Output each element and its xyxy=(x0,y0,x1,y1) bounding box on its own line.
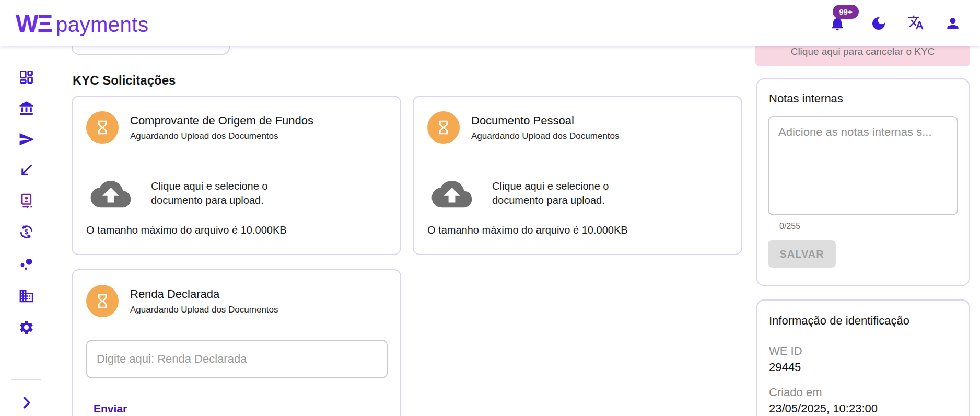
sidebar-item-received[interactable] xyxy=(16,159,37,180)
max-size-note: O tamanho máximo do arquivo é 10.000KB xyxy=(427,224,628,236)
status-avatar xyxy=(427,111,460,144)
sidebar-item-dashboard[interactable] xyxy=(16,66,37,87)
sidebar-item-settings[interactable] xyxy=(16,317,37,338)
status-avatar xyxy=(86,111,119,144)
app-header: WΞ payments xyxy=(0,0,980,46)
translate-icon xyxy=(907,14,924,31)
page-title: KYC Solicitações xyxy=(73,73,176,88)
cancel-kyc-banner-label: Clique aqui para cancelar o KYC xyxy=(791,46,935,57)
hourglass-icon xyxy=(94,119,111,136)
notes-char-counter: 0/255 xyxy=(779,222,958,231)
upload-instruction: Clique aqui e selecione o documento para… xyxy=(151,179,288,207)
field-value-we-id: 29445 xyxy=(769,361,957,374)
cloud-upload-icon xyxy=(428,177,475,210)
max-size-note: O tamanho máximo do arquivo é 10.000KB xyxy=(86,224,287,236)
logo-mark: WΞ xyxy=(16,9,52,38)
kyc-card-title: Comprovante de Origem de Fundos xyxy=(130,114,313,128)
logo[interactable]: WΞ payments xyxy=(16,9,148,38)
sidebar-item-send[interactable] xyxy=(16,129,37,149)
account-button[interactable] xyxy=(942,13,963,34)
kyc-card-title: Documento Pessoal xyxy=(471,114,574,128)
status-avatar xyxy=(86,285,119,317)
sidebar-expand-button[interactable] xyxy=(16,392,37,413)
hourglass-icon xyxy=(435,119,452,136)
kyc-card-documento-pessoal: Documento Pessoal Aguardando Upload dos … xyxy=(413,96,742,255)
logo-text: payments xyxy=(56,13,148,37)
upload-instruction: Clique aqui e selecione o documento para… xyxy=(492,179,629,207)
sidebar-nav: $ xyxy=(0,46,52,416)
cloud-upload-icon xyxy=(87,177,134,210)
renda-declarada-input[interactable] xyxy=(86,340,388,378)
sidebar-divider xyxy=(11,379,41,380)
arrow-down-left-icon xyxy=(18,162,34,178)
sidebar-item-kyc[interactable] xyxy=(16,190,37,211)
sidebar-item-companies[interactable] xyxy=(16,285,37,306)
person-icon xyxy=(944,15,961,32)
notifications-count-badge: 99+ xyxy=(833,5,859,19)
identification-title: Informação de identificação xyxy=(769,314,957,328)
bank-icon xyxy=(18,100,34,117)
building-icon xyxy=(18,288,34,304)
kyc-card-status: Aguardando Upload dos Documentos xyxy=(471,131,620,142)
dashboard-icon xyxy=(18,69,34,85)
field-value-criado-em: 23/05/2025, 10:23:00 xyxy=(769,402,957,415)
chevron-right-icon xyxy=(18,395,34,411)
notes-title: Notas internas xyxy=(769,92,958,106)
upload-dropzone[interactable]: Clique aqui e selecione o documento para… xyxy=(87,171,307,216)
upload-dropzone[interactable]: Clique aqui e selecione o documento para… xyxy=(428,171,648,216)
sidebar-item-bank[interactable] xyxy=(16,98,37,119)
kyc-card-status: Aguardando Upload dos Documentos xyxy=(130,305,278,315)
sidebar-item-currency-exchange[interactable]: $ xyxy=(16,221,37,242)
notes-textarea[interactable] xyxy=(768,116,958,215)
enviar-link[interactable]: Enviar xyxy=(94,402,127,415)
identification-card: Informação de identificação WE ID 29445 … xyxy=(756,299,970,416)
kyc-card-status: Aguardando Upload dos Documentos xyxy=(130,131,278,142)
internal-notes-card: Notas internas 0/255 SALVAR xyxy=(756,78,970,286)
language-button[interactable] xyxy=(905,12,926,33)
kyc-card-title: Renda Declarada xyxy=(130,287,219,301)
sidebar-item-bubble-chart[interactable] xyxy=(16,254,37,275)
settings-icon xyxy=(18,319,34,336)
moon-icon xyxy=(870,15,887,32)
dark-mode-button[interactable] xyxy=(868,13,889,34)
kyc-card-origem-fundos: Comprovante de Origem de Fundos Aguardan… xyxy=(72,96,401,255)
send-icon xyxy=(18,131,34,147)
bubble-chart-icon xyxy=(18,257,34,273)
kyc-card-renda-declarada: Renda Declarada Aguardando Upload dos Do… xyxy=(72,269,401,416)
contact-card-icon xyxy=(18,193,34,209)
save-button[interactable]: SALVAR xyxy=(768,240,836,268)
svg-text:$: $ xyxy=(24,228,28,236)
hourglass-icon xyxy=(94,293,111,309)
currency-exchange-icon: $ xyxy=(18,224,34,240)
field-label-we-id: WE ID xyxy=(769,344,957,358)
field-label-criado-em: Criado em xyxy=(769,386,957,399)
